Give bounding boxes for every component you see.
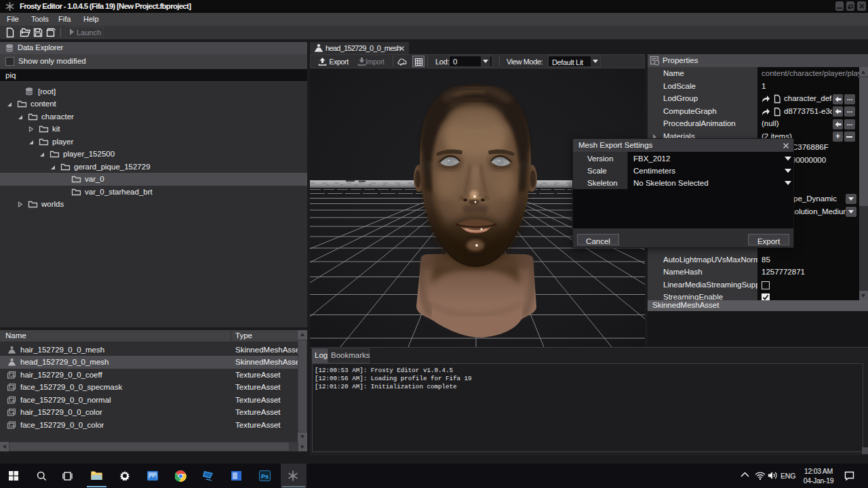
- svg-text:Ps: Ps: [261, 473, 269, 480]
